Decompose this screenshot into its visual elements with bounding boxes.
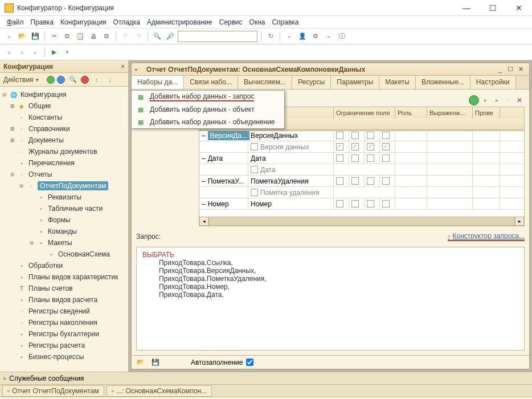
- menu-admin[interactable]: Администрирование: [145, 17, 214, 27]
- scroll-right-icon[interactable]: ▸: [515, 217, 524, 226]
- help-icon[interactable]: ⓘ: [336, 31, 347, 42]
- query-text[interactable]: ВЫБРАТЬ ПриходТовара.Ссылка, ПриходТовар…: [136, 247, 525, 351]
- tree-enums[interactable]: ▫Перечисления: [1, 157, 127, 169]
- tree-calc-plans[interactable]: ▫Планы видов расчета: [1, 294, 127, 306]
- scroll-left-icon[interactable]: ◂: [199, 217, 208, 226]
- copy-icon[interactable]: ⧉: [62, 31, 73, 42]
- tab-links[interactable]: Связи набо...: [184, 76, 238, 89]
- tree-processing[interactable]: ▫Обработки: [1, 260, 127, 271]
- footer-tab-1[interactable]: ▫Отчет ОтчетПоДокументам: [2, 385, 104, 397]
- tree-accum-reg[interactable]: ▫Регистры накопления: [1, 317, 127, 328]
- menu-file[interactable]: Файл: [5, 17, 26, 27]
- open-icon[interactable]: 📂: [17, 31, 28, 42]
- tree-calc-reg[interactable]: ▫Регистры расчета: [1, 340, 127, 351]
- autofill-checkbox[interactable]: [246, 359, 253, 366]
- tab-resources[interactable]: Ресурсы: [292, 76, 331, 89]
- tab-settings[interactable]: Настройки: [470, 76, 516, 89]
- menu-edit[interactable]: Правка: [28, 17, 56, 27]
- maximize-button[interactable]: ☐: [484, 3, 501, 13]
- zoom-icon[interactable]: 🔎: [165, 31, 176, 42]
- minimize-button[interactable]: —: [458, 3, 475, 13]
- tree-layout1[interactable]: ▫ОсновнаяСхема: [1, 249, 127, 260]
- table-row[interactable]: Версия данных: [199, 141, 524, 153]
- menu-service[interactable]: Сервис: [216, 17, 244, 27]
- paste-icon[interactable]: 📋: [75, 31, 86, 42]
- run-icon[interactable]: 👤: [297, 31, 308, 42]
- compare-icon[interactable]: ⧉: [101, 31, 112, 42]
- tree-bp[interactable]: ▫Бизнес-процессы: [1, 351, 127, 363]
- table-row[interactable]: Дата: [199, 164, 524, 176]
- lp-down-icon[interactable]: ↓: [105, 74, 116, 85]
- tab-templates[interactable]: Макеты: [379, 76, 416, 89]
- play-icon[interactable]: ▶: [48, 47, 60, 58]
- tree-char-plans[interactable]: ▫Планы видов характеристик: [1, 271, 127, 283]
- table-row[interactable]: –ПометкаУ... ПометкаУдаления: [199, 176, 524, 187]
- tree-report1[interactable]: ⊖▫ОтчетПоДокументам: [1, 180, 127, 192]
- tree-acc-reg[interactable]: ▫Регистры бухгалтерии: [1, 328, 127, 340]
- lp-tool-icon[interactable]: 🔍: [67, 74, 79, 85]
- find-icon[interactable]: 🔍: [152, 31, 163, 42]
- edit-icon[interactable]: [57, 76, 65, 84]
- dd-add-query[interactable]: ▦Добавить набор данных - запрос: [132, 91, 284, 103]
- tab-datasets[interactable]: Наборы да...: [132, 76, 184, 89]
- tree-tabparts[interactable]: ▫Табличные части: [1, 203, 127, 214]
- tree-common[interactable]: ⊞◆Общие: [1, 100, 127, 112]
- cut-icon[interactable]: ✂: [48, 31, 60, 42]
- tree-reports[interactable]: ⊖▫Отчеты: [1, 169, 127, 180]
- menu-debug[interactable]: Отладка: [111, 17, 142, 27]
- tree-acc-plans[interactable]: TПланы счетов: [1, 283, 127, 294]
- tree-documents[interactable]: ⊞▫Документы: [1, 135, 127, 146]
- panel-close-icon[interactable]: ×: [121, 63, 125, 71]
- lp-up-icon[interactable]: ↑: [91, 74, 103, 85]
- print-icon[interactable]: 🖶: [88, 31, 99, 42]
- fb-icon2[interactable]: ▫: [480, 95, 490, 105]
- add-icon[interactable]: [47, 76, 55, 84]
- save-query-icon[interactable]: 💾: [150, 357, 161, 368]
- doc-minimize-button[interactable]: _: [495, 66, 505, 73]
- t2-icon-1[interactable]: ▫: [3, 47, 15, 58]
- add-field-icon[interactable]: [469, 95, 479, 105]
- open-query-icon[interactable]: 📂: [135, 357, 146, 368]
- dd-add-object[interactable]: ▦Добавить набор данных - объект: [132, 103, 284, 116]
- hscrollbar[interactable]: [208, 217, 515, 226]
- actions-label[interactable]: Действия: [3, 76, 34, 84]
- table-row[interactable]: Пометка удаления: [199, 187, 524, 198]
- tree-attrs[interactable]: ▫Реквизиты: [1, 192, 127, 203]
- t2-icon-2[interactable]: ▫: [17, 47, 28, 58]
- fb-icon4[interactable]: ▫: [503, 95, 513, 105]
- play-dropdown-icon[interactable]: ▾: [62, 47, 73, 58]
- delete-icon[interactable]: [81, 76, 89, 84]
- doc-maximize-button[interactable]: ☐: [505, 66, 515, 73]
- query-constructor-link[interactable]: ▫Конструктор запроса...: [448, 232, 525, 241]
- tree-commands[interactable]: ▫Команды: [1, 226, 127, 237]
- tree-info-reg[interactable]: ▫Регистры сведений: [1, 306, 127, 317]
- fb-icon3[interactable]: ▫: [492, 95, 502, 105]
- tree-constants[interactable]: ▫Константы: [1, 112, 127, 123]
- tree-root[interactable]: ⊖🌐Конфигурация: [1, 89, 127, 100]
- dd-add-union[interactable]: ▦Добавить набор данных - объединение: [132, 116, 284, 128]
- save-icon[interactable]: 💾: [30, 31, 41, 42]
- menu-help[interactable]: Справка: [269, 17, 301, 27]
- menu-config[interactable]: Конфигурация: [58, 17, 109, 27]
- db-icon[interactable]: ▫: [284, 31, 295, 42]
- footer-tab-2[interactable]: ▫...: ОсновнаяСхемаКомпон...: [107, 385, 212, 397]
- refresh-icon[interactable]: ↻: [265, 31, 276, 42]
- redo-icon[interactable]: ↷: [133, 31, 144, 42]
- tab-nested[interactable]: Вложенные...: [416, 76, 470, 89]
- new-icon[interactable]: ▫: [3, 31, 15, 42]
- close-button[interactable]: ✕: [510, 3, 527, 13]
- fb-delete-icon[interactable]: ✕: [514, 95, 525, 105]
- t2-icon-3[interactable]: ▫: [30, 47, 41, 58]
- tree-forms[interactable]: ▫Формы: [1, 214, 127, 226]
- search-input[interactable]: [178, 31, 257, 42]
- tree-doc-journals[interactable]: ▫Журналы документов: [1, 146, 127, 157]
- doc-close-button[interactable]: ✕: [515, 66, 526, 73]
- tab-params[interactable]: Параметры: [331, 76, 379, 89]
- undo-icon[interactable]: ↶: [120, 31, 131, 42]
- menu-windows[interactable]: Окна: [247, 17, 268, 27]
- tools-icon[interactable]: ⚙: [310, 31, 321, 42]
- service-messages-bar[interactable]: ▫ Служебные сообщения: [0, 372, 532, 384]
- table-row[interactable]: –Дата Дата: [199, 153, 524, 164]
- tree-catalogs[interactable]: ⊞▫Справочники: [1, 123, 127, 135]
- calendar-icon[interactable]: ▫: [323, 31, 334, 42]
